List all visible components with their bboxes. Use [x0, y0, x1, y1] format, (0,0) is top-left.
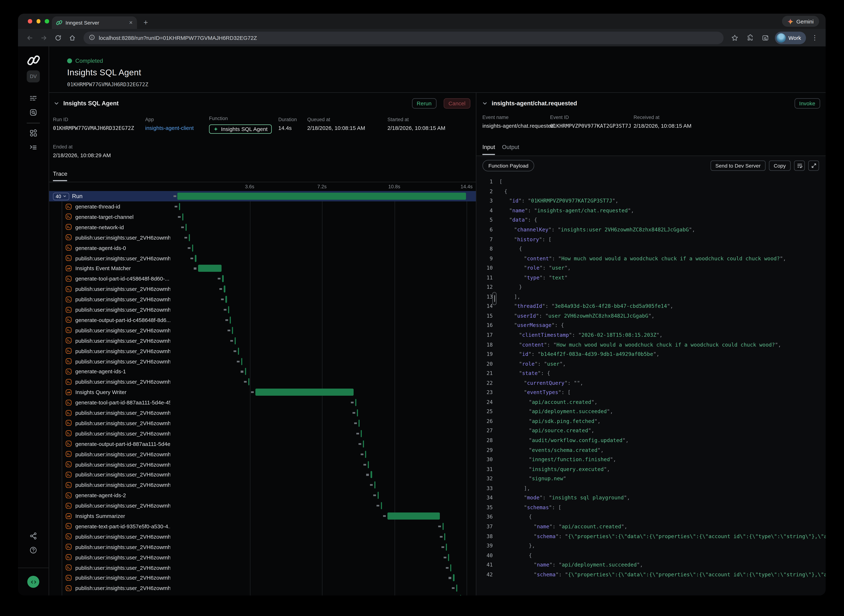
trace-row[interactable]: publish:user:insights:user_2VH6zowmh... — [49, 428, 476, 439]
trace-row[interactable]: Insights Event Matcher — [49, 263, 476, 274]
trace-row[interactable]: publish:user:insights:user_2VH6zowmh... — [49, 305, 476, 315]
trace-row[interactable]: publish:user:insights:user_2VH6zowmh... — [49, 284, 476, 294]
code-line: 11"type": "text" — [476, 273, 826, 282]
function-pill[interactable]: Insights SQL Agent — [209, 125, 272, 134]
event-panel: insights-agent/chat.requested Invoke Eve… — [476, 93, 826, 595]
trace-row[interactable]: generate-output-part-id-887aa111-5d4e... — [49, 439, 476, 449]
rerun-button[interactable]: Rerun — [412, 98, 437, 109]
trace-row[interactable]: publish:user:insights:user_2VH6zowmh... — [49, 459, 476, 470]
trace-row[interactable]: generate-agent-ids-1 — [49, 367, 476, 377]
trace-row[interactable]: publish:user:insights:user_2VH6zowmh... — [49, 531, 476, 542]
window-controls[interactable] — [28, 19, 49, 23]
step-count-dropdown[interactable]: 40 — [53, 192, 69, 200]
forward-button[interactable] — [38, 32, 50, 44]
tab-trace[interactable]: Trace — [53, 170, 67, 181]
code-block[interactable]: 1[2{3"id": "01KHRMPVZP0V977KAT2GP3ST7J",… — [476, 175, 826, 595]
inngest-logo-icon[interactable] — [18, 54, 48, 67]
trace-row[interactable]: publish:user:insights:user_2VH6zowmh... — [49, 346, 476, 356]
trace-row[interactable]: generate-text-part-id-9357e5f0-a530-4... — [49, 521, 476, 532]
gemini-button[interactable]: Gemini — [782, 16, 819, 27]
dev-tools-button[interactable] — [27, 576, 39, 588]
trace-row[interactable]: Insights Summarizer — [49, 511, 476, 521]
trace-row[interactable]: publish:user:insights:user_2VH6zowmh... — [49, 583, 476, 594]
code-line: 27"api/source.created", — [476, 426, 826, 436]
home-button[interactable] — [66, 32, 78, 44]
chevron-down-icon[interactable] — [482, 100, 488, 106]
help-icon[interactable] — [18, 546, 48, 554]
sidebar-apps-icon[interactable] — [18, 129, 48, 137]
cancel-button[interactable]: Cancel — [444, 98, 470, 109]
trace-row[interactable]: publish:user:insights:user_2VH6zowmh... — [49, 449, 476, 459]
invoke-button[interactable]: Invoke — [794, 98, 820, 109]
function-payload-pill[interactable]: Function Payload — [482, 160, 535, 171]
sidebar-docs-icon[interactable] — [18, 144, 48, 151]
send-to-dev-server-button[interactable]: Send to Dev Server — [711, 160, 766, 171]
trace-row[interactable]: Insights Query Writer — [49, 387, 476, 397]
sidebar-events-icon[interactable] — [18, 109, 48, 116]
trace-row[interactable]: publish:user:insights:user_2VH6zowmh... — [49, 542, 476, 552]
site-info-icon[interactable] — [89, 34, 95, 41]
reading-mode-icon[interactable] — [760, 32, 772, 44]
trace-row[interactable]: generate-output-part-id-c458648f-8d6... — [49, 315, 476, 325]
trace-row[interactable]: generate-network-id — [49, 222, 476, 232]
trace-row[interactable]: generate-thread-id — [49, 201, 476, 212]
copy-button[interactable]: Copy — [769, 160, 791, 171]
minimize-window-button[interactable] — [37, 19, 41, 23]
trace-row[interactable]: publish:user:insights:user_2VH6zowmh... — [49, 356, 476, 367]
trace-bar — [374, 481, 375, 488]
trace-row[interactable]: publish:user:insights:user_2VH6zowmh... — [49, 232, 476, 243]
line-number: 5 — [476, 217, 493, 223]
chevron-down-icon[interactable] — [53, 100, 60, 106]
field-label: Run ID — [53, 117, 134, 122]
trace-row[interactable]: publish:user:insights:user_2VH6zowmh... — [49, 573, 476, 583]
agent-icon — [66, 389, 72, 395]
trace-run-row[interactable]: 40 Run — [49, 191, 476, 201]
trace-row-label: generate-text-part-id-9357e5f0-a530-4... — [75, 524, 170, 529]
trace-row[interactable]: publish:user:insights:user_2VH6zowmh... — [49, 336, 476, 346]
close-tab-icon[interactable]: × — [129, 20, 133, 26]
sidebar-runs-icon[interactable] — [18, 94, 48, 102]
wrap-text-button[interactable] — [794, 160, 805, 171]
trace-row[interactable]: generate-agent-ids-2 — [49, 490, 476, 501]
app-link[interactable]: insights-agent-client — [145, 125, 194, 131]
trace-row[interactable]: generate-agent-ids-0 — [49, 243, 476, 253]
profile-button[interactable]: Work — [775, 31, 806, 44]
trace-row[interactable]: publish:user:insights:user_2VH6zowmh... — [49, 552, 476, 563]
step-icon — [66, 461, 72, 468]
code-line: 37"name": "api/account.created", — [476, 522, 826, 531]
reload-button[interactable] — [52, 32, 64, 44]
share-feedback-icon[interactable] — [18, 532, 48, 540]
trace-row[interactable]: publish:user:insights:user_2VH6zowmh... — [49, 408, 476, 418]
trace-row[interactable]: publish:user:insights:user_2VH6zowmh... — [49, 325, 476, 336]
trace-row-label: generate-network-id — [75, 224, 170, 230]
maximize-window-button[interactable] — [45, 19, 49, 23]
trace-row[interactable]: publish:user:insights:user_2VH6zowmh... — [49, 500, 476, 511]
browser-tab[interactable]: Inngest Server × — [52, 16, 137, 29]
back-button[interactable] — [23, 32, 35, 44]
close-window-button[interactable] — [28, 19, 32, 23]
trace-row[interactable]: publish:user:insights:user_2VH6zowmh... — [49, 253, 476, 263]
bookmark-star-icon[interactable] — [729, 32, 741, 44]
browser-menu-icon[interactable]: ⋮ — [809, 34, 820, 41]
trace-row[interactable]: publish:user:insights:user_2VH6zowmh... — [49, 418, 476, 428]
dev-server-badge[interactable]: DV — [27, 70, 40, 82]
trace-row[interactable]: generate-tool-part-id-887aa111-5d4e-45..… — [49, 397, 476, 408]
trace-row[interactable]: generate-tool-part-id-c458648f-8d60-... — [49, 274, 476, 284]
expand-button[interactable] — [808, 160, 819, 171]
trace-bar — [360, 430, 362, 437]
trace-row[interactable]: publish:user:insights:user_2VH6zowmh... — [49, 377, 476, 387]
trace-row[interactable]: publish:user:insights:user_2VH6zowmh... — [49, 469, 476, 480]
tab-input[interactable]: Input — [482, 144, 495, 155]
code-text: { — [499, 552, 532, 558]
address-bar[interactable]: localhost:8288/run?runID=01KHRMPW77GVMAJ… — [84, 31, 724, 44]
trace-row[interactable]: generate-target-channel — [49, 212, 476, 222]
trace-row[interactable]: publish:user:insights:user_2VH6zowmh... — [49, 480, 476, 490]
trace-row[interactable]: capture-observability-data — [49, 594, 476, 595]
tab-output[interactable]: Output — [502, 144, 519, 154]
trace-row[interactable]: publish:user:insights:user_2VH6zowmh... — [49, 563, 476, 573]
timeline-axis: 3.6s7.2s10.8s14.4s — [49, 182, 476, 191]
trace-row[interactable]: publish:user:insights:user_2VH6zowmh... — [49, 294, 476, 305]
extensions-icon[interactable] — [744, 32, 756, 44]
new-tab-button[interactable]: + — [144, 18, 148, 29]
panel-resize-handle[interactable] — [492, 292, 497, 305]
